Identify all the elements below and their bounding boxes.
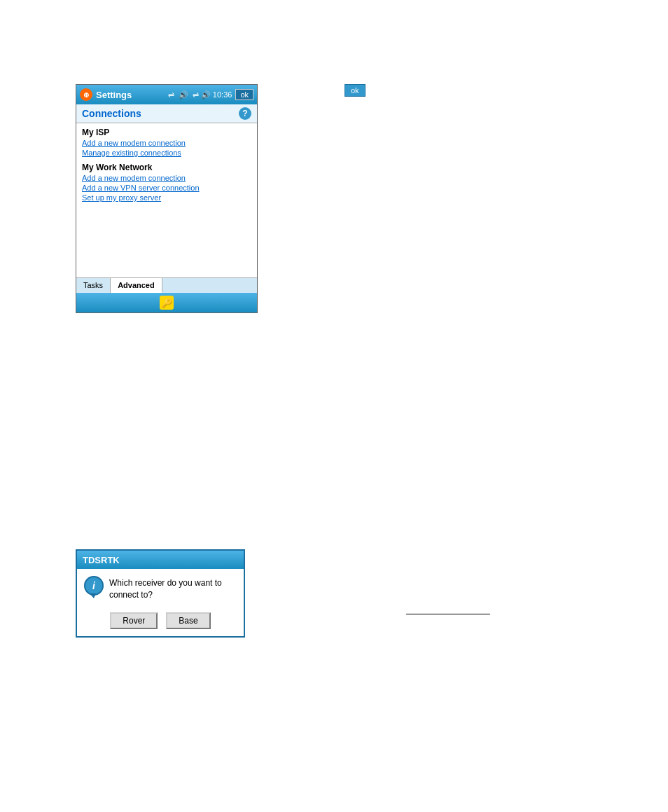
tdsrtk-message: Which receiver do you want to connect to… xyxy=(109,576,237,601)
connections-header: Connections ? xyxy=(76,104,257,123)
window-title: Settings xyxy=(96,90,165,100)
windows-logo-icon: ⊕ xyxy=(80,88,92,101)
floating-ok-button[interactable]: ok xyxy=(345,84,366,97)
tdsrtk-title: TDSRTK xyxy=(77,551,244,569)
my-work-network-section: My Work Network Add a new modem connecti… xyxy=(82,163,251,202)
network-icon: ⇌ xyxy=(168,90,174,99)
connections-body: My ISP Add a new modem connection Manage… xyxy=(76,123,257,277)
settings-window: ⊕ Settings ⇌ 🔊 ⇌ 🔊 10:36 ok Connections … xyxy=(76,84,258,313)
work-add-modem-link[interactable]: Add a new modem connection xyxy=(82,174,251,182)
work-proxy-link[interactable]: Set up my proxy server xyxy=(82,193,251,202)
work-add-vpn-link[interactable]: Add a new VPN server connection xyxy=(82,184,251,192)
tab-bar: Tasks Advanced xyxy=(76,277,257,293)
tdsrtk-body: i Which receiver do you want to connect … xyxy=(77,569,244,608)
info-symbol: i xyxy=(92,580,95,591)
help-icon[interactable]: ? xyxy=(239,107,251,120)
tab-tasks[interactable]: Tasks xyxy=(76,278,111,293)
connections-title: Connections xyxy=(82,108,141,119)
isp-add-modem-link[interactable]: Add a new modem connection xyxy=(82,139,251,147)
my-isp-title: My ISP xyxy=(82,128,251,137)
tdsrtk-buttons: Rover Base xyxy=(77,608,244,636)
taskbar-bottom: 🔑 xyxy=(76,293,257,312)
isp-manage-link[interactable]: Manage existing connections xyxy=(82,149,251,157)
rover-button[interactable]: Rover xyxy=(110,612,158,629)
tab-advanced[interactable]: Advanced xyxy=(111,278,162,293)
tdsrtk-dialog: TDSRTK i Which receiver do you want to c… xyxy=(76,549,245,638)
title-bar: ⊕ Settings ⇌ 🔊 ⇌ 🔊 10:36 ok xyxy=(76,85,257,104)
title-ok-button[interactable]: ok xyxy=(235,89,253,100)
status-icons: ⇌ 🔊 ⇌ 🔊 10:36 xyxy=(168,90,232,99)
info-icon: i xyxy=(84,576,104,596)
work-network-title: My Work Network xyxy=(82,163,251,172)
clock: ⇌ 🔊 10:36 xyxy=(193,90,232,99)
taskbar-app-icon[interactable]: 🔑 xyxy=(160,296,174,310)
underline-decoration xyxy=(406,614,490,614)
my-isp-section: My ISP Add a new modem connection Manage… xyxy=(82,128,251,157)
base-button[interactable]: Base xyxy=(166,612,210,629)
volume-icon: 🔊 xyxy=(179,90,188,99)
